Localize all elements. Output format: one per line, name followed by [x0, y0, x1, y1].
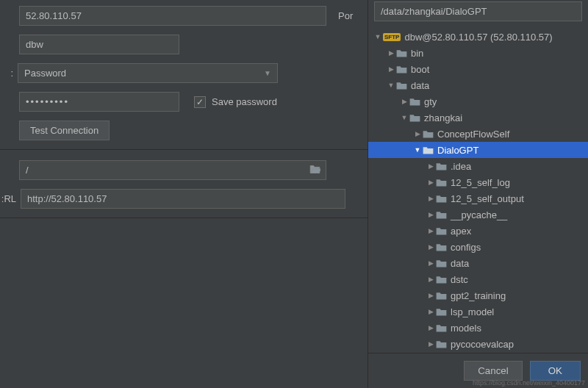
tree-conceptflowself[interactable]: ▶ConceptFlowSelf	[368, 126, 588, 142]
chevron-right-icon[interactable]: ▶	[427, 292, 434, 299]
folder-icon	[436, 194, 447, 204]
tree-label: gpt2_training	[451, 290, 506, 301]
chevron-right-icon[interactable]: ▶	[427, 195, 434, 202]
tree-lsp-model[interactable]: ▶lsp_model	[368, 303, 588, 320]
username-input[interactable]	[19, 35, 179, 54]
remote-tree[interactable]: ▼SFTPdbw@52.80.110.57 (52.80.110.57)▶bin…	[368, 27, 588, 353]
tree-pycocoevalcap[interactable]: ▶pycocoevalcap	[368, 336, 588, 352]
tree-label: dstc	[451, 274, 468, 285]
chevron-down-icon[interactable]: ▼	[387, 82, 395, 89]
tree-label: boot	[411, 64, 429, 75]
chevron-right-icon[interactable]: ▶	[427, 179, 434, 186]
tree-idea[interactable]: ▶.idea	[368, 158, 588, 174]
tree-label: zhangkai	[424, 112, 462, 123]
divider	[0, 149, 368, 150]
tree-label: configs	[451, 242, 481, 253]
chevron-right-icon[interactable]: ▶	[414, 130, 421, 137]
tree-zhangkai[interactable]: ▼zhangkai	[368, 109, 588, 126]
folder-icon	[436, 226, 447, 236]
remote-path-input[interactable]: /data/zhangkai/DialoGPT	[374, 1, 582, 21]
folder-icon	[396, 48, 407, 58]
tree-configs[interactable]: ▶configs	[368, 239, 588, 255]
connection-form: Por : Password ▼ ✓ Save password Test Co…	[0, 0, 368, 388]
chevron-right-icon[interactable]: ▶	[427, 243, 434, 251]
save-password-checkbox[interactable]: ✓ Save password	[194, 96, 277, 108]
tree-label: ConceptFlowSelf	[437, 129, 509, 140]
chevron-down-icon[interactable]: ▼	[414, 146, 421, 154]
tree-dialogpt[interactable]: ▼DialoGPT	[368, 142, 588, 158]
chevron-down-icon[interactable]: ▼	[401, 114, 408, 121]
auth-label: :	[0, 68, 18, 79]
chevron-down-icon: ▼	[264, 69, 271, 77]
tree-gpt2-training[interactable]: ▶gpt2_training	[368, 287, 588, 303]
tree-apex[interactable]: ▶apex	[368, 223, 588, 239]
tree-label: models	[451, 323, 481, 334]
tree-boot[interactable]: ▶boot	[368, 61, 588, 77]
tree-data-inner[interactable]: ▶data	[368, 255, 588, 271]
root-path-input[interactable]	[19, 160, 326, 180]
folder-icon	[436, 259, 447, 268]
port-label: Por	[338, 10, 353, 21]
folder-icon	[436, 307, 447, 317]
folder-icon	[409, 97, 420, 107]
folder-icon	[423, 146, 434, 155]
folder-open-icon[interactable]	[309, 165, 320, 176]
host-input[interactable]	[19, 6, 326, 26]
tree-label: lsp_model	[451, 306, 494, 317]
chevron-right-icon[interactable]: ▶	[427, 308, 434, 315]
chevron-right-icon[interactable]: ▶	[387, 65, 395, 73]
sftp-icon: SFTP	[383, 33, 401, 41]
chevron-right-icon[interactable]: ▶	[427, 162, 434, 170]
tree-data[interactable]: ▼data	[368, 77, 588, 93]
watermark: https://blog.csdn.net/weixin_40400177	[473, 379, 585, 387]
divider-2	[0, 218, 368, 218]
tree-label: DialoGPT	[437, 145, 478, 156]
chevron-right-icon[interactable]: ▶	[427, 259, 434, 267]
remote-browser-panel: /data/zhangkai/DialoGPT ▼SFTPdbw@52.80.1…	[368, 0, 588, 388]
tree-label: 12_5_self_log	[451, 177, 510, 188]
folder-icon	[409, 113, 420, 123]
chevron-down-icon[interactable]: ▼	[374, 33, 381, 40]
save-password-label: Save password	[212, 96, 277, 107]
tree-label: data	[451, 258, 469, 269]
password-input[interactable]	[19, 92, 179, 112]
web-url-input[interactable]	[21, 189, 345, 209]
folder-icon	[423, 129, 434, 139]
tree-label: dbw@52.80.110.57 (52.80.110.57)	[404, 32, 552, 43]
folder-icon	[436, 210, 447, 220]
tree-label: pycocoevalcap	[451, 339, 514, 350]
tree-pycache[interactable]: ▶__pycache__	[368, 206, 588, 223]
url-label: RL:	[1, 193, 21, 204]
chevron-right-icon[interactable]: ▶	[427, 340, 434, 348]
tree-models[interactable]: ▶models	[368, 320, 588, 336]
cancel-button[interactable]: Cancel	[464, 361, 523, 381]
chevron-right-icon[interactable]: ▶	[427, 276, 434, 283]
auth-type-value: Password	[24, 68, 66, 79]
tree-label: apex	[451, 226, 471, 237]
chevron-right-icon[interactable]: ▶	[427, 227, 434, 234]
tree-12-5-self-output[interactable]: ▶12_5_self_output	[368, 190, 588, 206]
chevron-right-icon[interactable]: ▶	[401, 98, 408, 105]
auth-type-select[interactable]: Password ▼	[18, 63, 278, 83]
tree-label: __pycache__	[451, 209, 507, 220]
folder-icon	[436, 323, 447, 333]
folder-icon	[436, 162, 447, 171]
folder-icon	[396, 81, 407, 90]
tree-dstc[interactable]: ▶dstc	[368, 271, 588, 287]
chevron-right-icon[interactable]: ▶	[427, 211, 434, 218]
check-icon: ✓	[194, 96, 206, 108]
folder-icon	[436, 291, 447, 301]
ok-button[interactable]: OK	[530, 361, 581, 381]
test-connection-button[interactable]: Test Connection	[19, 121, 110, 140]
tree-root[interactable]: ▼SFTPdbw@52.80.110.57 (52.80.110.57)	[368, 29, 588, 45]
chevron-right-icon[interactable]: ▶	[427, 324, 434, 331]
tree-gty[interactable]: ▶gty	[368, 93, 588, 109]
tree-label: bin	[411, 48, 423, 59]
tree-label: .idea	[451, 161, 471, 172]
folder-icon	[396, 65, 407, 74]
tree-bin[interactable]: ▶bin	[368, 45, 588, 61]
folder-icon	[436, 242, 447, 252]
chevron-right-icon[interactable]: ▶	[387, 49, 395, 57]
tree-12-5-self-log[interactable]: ▶12_5_self_log	[368, 174, 588, 190]
folder-icon	[436, 275, 447, 284]
